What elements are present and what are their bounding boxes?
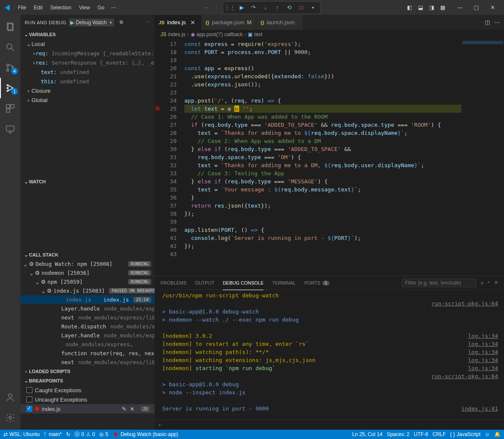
activity-settings-icon[interactable]	[0, 408, 20, 428]
callstack-frame[interactable]: Layer.handle node_modules/expres…	[20, 331, 155, 340]
menu-view[interactable]: View	[75, 3, 93, 12]
variable-row[interactable]: › req: IncomingMessage {_readableState: …	[20, 48, 155, 58]
debug-console[interactable]: /usr/bin/npm run-script debug-watch run-…	[155, 290, 504, 419]
status-cursor[interactable]: Ln 25, Col 14	[352, 431, 382, 437]
menu-file[interactable]: File	[14, 3, 29, 12]
editor-code[interactable]: const express = require('express');const…	[184, 39, 461, 276]
minimap[interactable]	[461, 39, 504, 276]
menu-go[interactable]: Go	[94, 3, 108, 12]
callstack-frame[interactable]: function router(req, res, next) {.pr…	[20, 349, 155, 358]
activity-scm-icon[interactable]: 4	[0, 57, 20, 78]
tab-more-icon[interactable]: ⋯	[494, 19, 500, 26]
console-filter-input[interactable]	[402, 279, 476, 287]
activity-remote-icon[interactable]	[0, 119, 20, 139]
section-watch[interactable]: ⌄ WATCH	[20, 177, 155, 186]
console-source-link[interactable]: log.js:34	[468, 332, 498, 340]
callstack-session[interactable]: ⌄ ⚙ Debug Watch: npm [25008] RUNNING	[20, 259, 155, 268]
close-icon[interactable]: ✕	[190, 19, 195, 26]
checkbox[interactable]	[26, 396, 32, 402]
status-sync[interactable]: ↻	[66, 431, 70, 437]
edit-icon[interactable]: ✎	[122, 406, 126, 412]
callstack-frame[interactable]: Route.dispatch node_modules/exp…	[20, 322, 155, 331]
callstack-session[interactable]: ⌄ ⚙ npm [25059] RUNNING	[20, 277, 155, 286]
window-maximize-icon[interactable]: ▢	[468, 1, 484, 14]
editor-tab[interactable]: {} package.json M	[201, 15, 256, 30]
section-loaded-scripts[interactable]: › LOADED SCRIPTS	[20, 367, 155, 376]
split-editor-icon[interactable]: ◫	[485, 19, 490, 26]
status-branch[interactable]: ᚶ main*	[44, 431, 62, 437]
debug-more-icon[interactable]: ▾	[308, 3, 318, 13]
checkbox[interactable]	[26, 387, 32, 393]
activity-explorer-icon[interactable]	[0, 17, 20, 37]
layout-toggle-left-icon[interactable]: ◧	[404, 3, 415, 13]
section-breakpoints[interactable]: ⌄ BREAKPOINTS	[20, 376, 155, 385]
callstack-frame[interactable]: next node_modules/express/lib/rout…	[20, 358, 155, 367]
menu-edit[interactable]: Edit	[30, 3, 46, 12]
activity-account-icon[interactable]	[0, 387, 20, 408]
console-source-link[interactable]: log.js:34	[468, 348, 498, 356]
console-source-link[interactable]: run-script-pkg.js:64	[431, 372, 498, 380]
breakpoint-row[interactable]: index.js ✎ ✕ 25	[20, 404, 155, 413]
status-remote[interactable]: ⇄ WSL: Ubuntu	[3, 431, 40, 437]
section-callstack[interactable]: ⌄ CALL STACK	[20, 250, 155, 259]
drag-handle-icon[interactable]: ⋮⋮	[225, 3, 235, 13]
editor-tab[interactable]: {} launch.json	[256, 15, 303, 30]
console-source-link[interactable]: log.js:34	[468, 356, 498, 364]
restart-icon[interactable]: ⟲	[284, 3, 295, 13]
variable-row[interactable]: › res: ServerResponse {_events: {…}, _ev…	[20, 58, 155, 67]
breakpoint-row[interactable]: Caught Exceptions	[20, 385, 155, 395]
continue-icon[interactable]: ▶	[237, 3, 247, 13]
breakpoint-row[interactable]: Uncaught Exceptions	[20, 395, 155, 404]
activity-search-icon[interactable]	[0, 37, 20, 57]
panel-settings-icon[interactable]: ≡	[481, 280, 483, 285]
close-icon[interactable]: ✕	[130, 406, 135, 412]
step-over-icon[interactable]: ↷	[249, 3, 259, 13]
scope-local[interactable]: ⌄ Local	[20, 39, 155, 48]
panel-tab-ports[interactable]: PORTS5	[304, 279, 329, 287]
callstack-frame[interactable]: Layer.handle node_modules/expres…	[20, 304, 155, 313]
window-close-icon[interactable]: ✕	[484, 1, 501, 14]
gear-icon[interactable]: ⚙	[119, 20, 123, 25]
scope-global[interactable]: › Global	[20, 95, 155, 105]
callstack-session[interactable]: ⌄ ⚙ index.js [25083] PAUSED ON BREAKPOIN…	[20, 286, 155, 295]
panel-tab-debug-console[interactable]: DEBUG CONSOLE	[223, 279, 263, 287]
editor-gutter[interactable]: 1718192021222324252627282930313233343536…	[155, 39, 184, 276]
layout-customize-icon[interactable]: ▦	[438, 3, 448, 13]
status-language[interactable]: { } JavaScript	[450, 431, 480, 437]
panel-close-icon[interactable]: ✕	[494, 280, 498, 285]
section-variables[interactable]: ⌄ VARIABLES	[20, 30, 155, 39]
panel-maximize-icon[interactable]: ^	[488, 280, 490, 285]
variable-row[interactable]: this: undefined	[20, 77, 155, 86]
more-icon[interactable]: ⋯	[146, 20, 150, 25]
callstack-session[interactable]: ⌄ ⚙ nodemon [25036] RUNNING	[20, 268, 155, 277]
status-ports[interactable]: ◎5	[99, 431, 108, 437]
callstack-frame[interactable]: node_modules/express…	[20, 340, 155, 349]
layout-toggle-right-icon[interactable]: ◨	[427, 3, 437, 13]
console-source-link[interactable]: run-script-pkg.js:64	[431, 299, 498, 308]
status-problems[interactable]: ⓧ0 ⚠0	[74, 431, 95, 438]
activity-debug-icon[interactable]: 1	[0, 78, 20, 98]
layout-panel-icon[interactable]: ⬓	[415, 3, 426, 13]
nav-back-icon[interactable]: ←	[204, 4, 209, 11]
status-eol[interactable]: CRLF	[432, 431, 446, 437]
menu-more[interactable]: ⋯	[108, 3, 120, 12]
status-bell-icon[interactable]: 🔔	[494, 431, 501, 437]
breakpoint-icon[interactable]	[155, 106, 160, 111]
panel-tab-output[interactable]: OUTPUT	[195, 279, 214, 287]
variable-row[interactable]: text: undefined	[20, 67, 155, 77]
run-config-select[interactable]: ▶ Debug Watch ▾	[69, 19, 114, 26]
console-source-link[interactable]: log.js:34	[468, 340, 498, 348]
breadcrumb[interactable]: JS index.js › ◉ app.post('/') callback ›…	[155, 30, 504, 39]
debug-console-input[interactable]: ›	[155, 419, 504, 430]
console-source-link[interactable]: log.js:34	[468, 364, 498, 372]
console-source-link[interactable]: index.js:41	[461, 405, 498, 413]
step-out-icon[interactable]: ↑	[272, 3, 283, 13]
panel-tab-problems[interactable]: PROBLEMS	[160, 279, 186, 287]
callstack-frame[interactable]: index.js index.js25:14	[20, 295, 155, 304]
status-debug-session[interactable]: 🐞 Debug Watch (basic-app)	[112, 431, 178, 437]
activity-extensions-icon[interactable]	[0, 98, 20, 119]
status-feedback-icon[interactable]: ☺	[485, 431, 490, 437]
scope-closure[interactable]: › Closure	[20, 86, 155, 95]
window-minimize-icon[interactable]: —	[452, 1, 468, 14]
step-into-icon[interactable]: ↓	[261, 3, 271, 13]
